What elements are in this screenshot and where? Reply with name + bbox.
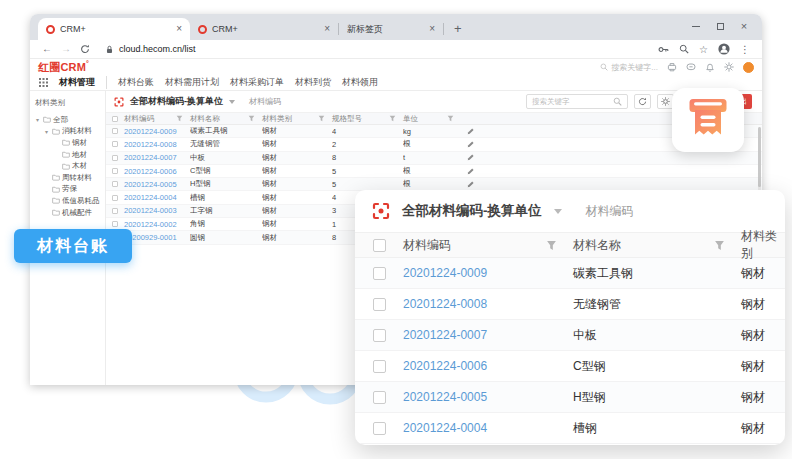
row-checkbox[interactable] xyxy=(355,391,403,404)
tree-node[interactable]: 钢材 xyxy=(33,137,102,149)
edit-pencil-icon[interactable] xyxy=(461,181,479,188)
row-checkbox[interactable] xyxy=(106,181,124,187)
tree-node[interactable]: 周转材料 xyxy=(33,172,102,184)
expand-arrow-icon[interactable]: ▾ xyxy=(45,128,50,135)
message-icon[interactable] xyxy=(686,62,696,72)
password-key-icon[interactable] xyxy=(658,44,669,55)
material-code-link[interactable]: 20200929-0001 xyxy=(124,233,190,242)
tree-node[interactable]: 劳保 xyxy=(33,184,102,196)
select-all-checkbox[interactable] xyxy=(106,116,124,122)
chevron-down-icon[interactable] xyxy=(229,100,235,104)
edit-pencil-icon[interactable] xyxy=(461,168,479,175)
reload-icon[interactable] xyxy=(80,44,90,54)
apps-grid-icon[interactable] xyxy=(39,78,48,87)
material-code-link[interactable]: 20201224-0006 xyxy=(124,167,190,176)
filter-funnel-icon[interactable] xyxy=(546,240,557,251)
row-checkbox[interactable] xyxy=(106,195,124,201)
material-code-link[interactable]: 20201224-0004 xyxy=(124,193,190,202)
new-tab-button[interactable]: + xyxy=(454,21,462,36)
tab-close-icon[interactable]: × xyxy=(429,24,435,34)
filter-funnel-icon[interactable] xyxy=(176,115,183,122)
profile-avatar-icon[interactable] xyxy=(718,43,730,55)
print-icon[interactable] xyxy=(667,62,677,72)
material-code-link[interactable]: 20201224-0002 xyxy=(124,220,190,229)
minimize-button[interactable] xyxy=(684,14,708,38)
browser-tab-3[interactable]: 新标签页 × xyxy=(339,18,443,40)
maximize-button[interactable] xyxy=(708,14,732,38)
table-row[interactable]: 20201224-0005H型钢钢材 xyxy=(355,382,785,413)
settings-gear-icon[interactable] xyxy=(724,62,734,72)
table-row[interactable]: 20201224-0006C型钢钢材 xyxy=(355,351,785,382)
row-checkbox[interactable] xyxy=(355,329,403,342)
edit-pencil-icon[interactable] xyxy=(461,128,479,135)
menu-item[interactable]: 材料需用计划 xyxy=(165,76,219,89)
table-row[interactable]: 20201224-0008无缝钢管钢材 xyxy=(355,289,785,320)
expand-arrow-icon[interactable]: ▾ xyxy=(36,116,41,123)
table-row[interactable]: 20201224-0007中板钢材 xyxy=(355,320,785,351)
filter-funnel-icon[interactable] xyxy=(248,115,255,122)
material-code-link[interactable]: 20201224-0007 xyxy=(124,153,190,162)
browser-tab-2[interactable]: CRM+ × xyxy=(190,18,338,40)
chevron-down-icon[interactable] xyxy=(554,209,562,214)
table-row[interactable]: 20201224-0008无缝钢管钢材2根 xyxy=(106,138,762,151)
notification-bell-icon[interactable] xyxy=(705,62,715,72)
material-code-link[interactable]: 20201224-0006 xyxy=(403,359,487,373)
material-code-link[interactable]: 20201224-0009 xyxy=(403,266,487,280)
filter-funnel-icon[interactable] xyxy=(447,115,454,122)
tree-node[interactable]: ▾全部 xyxy=(33,114,102,126)
browser-tab-active[interactable]: CRM+ × xyxy=(38,18,190,40)
tree-node[interactable]: 木材 xyxy=(33,160,102,172)
menu-item[interactable]: 材料台账 xyxy=(118,76,154,89)
table-row[interactable]: 20201224-0009碳素工具钢钢材 xyxy=(355,258,785,289)
back-icon[interactable]: ← xyxy=(42,44,52,54)
material-code-link[interactable]: 20201224-0005 xyxy=(403,390,487,404)
material-code-link[interactable]: 20201224-0008 xyxy=(124,140,190,149)
user-avatar[interactable] xyxy=(743,62,754,73)
tab-close-icon[interactable]: × xyxy=(176,24,182,34)
row-checkbox[interactable] xyxy=(106,128,124,134)
tree-node[interactable]: 机械配件 xyxy=(33,207,102,219)
row-checkbox[interactable] xyxy=(106,221,124,227)
table-row[interactable]: 20201224-0009碳素工具钢钢材4kg xyxy=(106,125,762,138)
refresh-button[interactable] xyxy=(634,94,651,109)
material-code-link[interactable]: 20201224-0003 xyxy=(124,206,190,215)
row-checkbox[interactable] xyxy=(106,155,124,161)
tree-node[interactable]: ▾消耗材料 xyxy=(33,126,102,138)
material-code-link[interactable]: 20201224-0008 xyxy=(403,297,487,311)
row-checkbox[interactable] xyxy=(106,141,124,147)
table-row[interactable]: 20201224-0006C型钢钢材5根 xyxy=(106,165,762,178)
filter-funnel-icon[interactable] xyxy=(389,115,396,122)
row-checkbox[interactable] xyxy=(355,422,403,435)
filter-funnel-icon[interactable] xyxy=(714,240,725,251)
forward-icon[interactable]: → xyxy=(61,44,71,54)
bookmark-star-icon[interactable]: ☆ xyxy=(699,44,708,55)
global-search[interactable]: 搜索关键字... xyxy=(600,62,658,73)
tree-node[interactable]: 低值易耗品 xyxy=(33,195,102,207)
material-code-link[interactable]: 20201224-0005 xyxy=(124,180,190,189)
browser-menu-icon[interactable]: ⋮ xyxy=(740,44,750,55)
tab-close-icon[interactable]: × xyxy=(324,24,330,34)
material-code-link[interactable]: 20201224-0004 xyxy=(403,421,487,435)
select-all-checkbox[interactable] xyxy=(355,239,403,252)
tree-node[interactable]: 地材 xyxy=(33,149,102,161)
table-row[interactable]: 20201224-0007中板钢材8t xyxy=(106,152,762,165)
menu-item[interactable]: 材料到货 xyxy=(295,76,331,89)
list-search-box[interactable]: 搜索关键字 xyxy=(526,94,628,109)
row-checkbox[interactable] xyxy=(355,267,403,280)
row-checkbox[interactable] xyxy=(355,298,403,311)
filter-funnel-icon[interactable] xyxy=(318,115,325,122)
close-window-button[interactable]: × xyxy=(732,14,756,38)
menu-item[interactable]: 材料采购订单 xyxy=(230,76,284,89)
zoom-search-icon[interactable] xyxy=(679,44,689,54)
edit-pencil-icon[interactable] xyxy=(461,141,479,148)
row-checkbox[interactable] xyxy=(106,208,124,214)
edit-pencil-icon[interactable] xyxy=(461,154,479,161)
menu-item[interactable]: 材料管理 xyxy=(59,76,107,89)
url-field[interactable]: cloud.hecom.cn/list xyxy=(105,44,196,54)
row-checkbox[interactable] xyxy=(355,360,403,373)
menu-item[interactable]: 材料领用 xyxy=(342,76,378,89)
material-code-link[interactable]: 20201224-0009 xyxy=(124,127,190,136)
table-row[interactable]: 20201224-0004槽钢钢材 xyxy=(355,413,785,444)
material-code-link[interactable]: 20201224-0007 xyxy=(403,328,487,342)
row-checkbox[interactable] xyxy=(106,168,124,174)
